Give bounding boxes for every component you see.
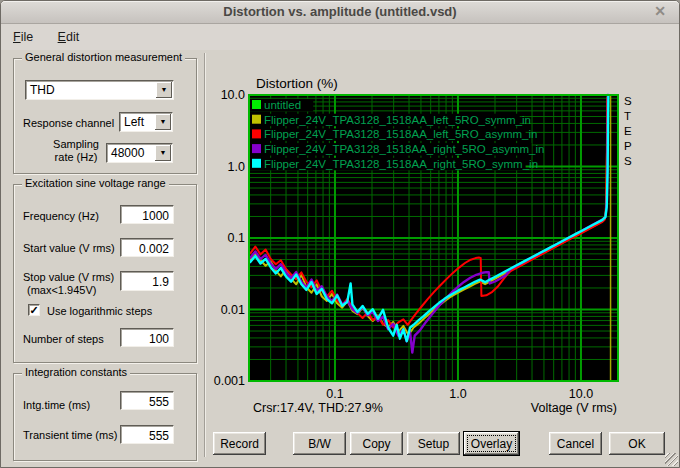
measurement-type-select[interactable]: THD ▼ xyxy=(25,80,174,100)
svg-text:Flipper_24V_TPA3128_1518AA_lef: Flipper_24V_TPA3128_1518AA_left_5RO_symm… xyxy=(264,114,531,126)
svg-text:Crsr:17.4V, THD:27.9%: Crsr:17.4V, THD:27.9% xyxy=(253,401,383,415)
response-channel-select[interactable]: Left ▼ xyxy=(119,112,173,132)
sampling-rate-value: 48000 xyxy=(111,146,144,160)
svg-text:0.01: 0.01 xyxy=(221,303,245,317)
frequency-label: Frequency (Hz) xyxy=(23,210,99,222)
app-window: Distortion vs. amplitude (untitled.vsd) … xyxy=(0,0,680,468)
chevron-down-icon[interactable]: ▼ xyxy=(155,114,171,130)
num-steps-label: Number of steps xyxy=(23,333,104,345)
panel-divider xyxy=(204,53,205,457)
start-value-label: Start value (V rms) xyxy=(23,242,115,254)
copy-button[interactable]: Copy xyxy=(350,432,403,455)
svg-text:Voltage (V rms): Voltage (V rms) xyxy=(531,401,617,415)
menu-file[interactable]: File xyxy=(10,30,36,44)
svg-text:0.001: 0.001 xyxy=(214,374,245,388)
svg-text:0.1: 0.1 xyxy=(326,387,343,401)
bw-button[interactable]: B/W xyxy=(293,432,346,455)
close-icon[interactable]: ✕ xyxy=(654,3,666,19)
svg-text:Flipper_24V_TPA3128_1518AA_rig: Flipper_24V_TPA3128_1518AA_right_5RO_sym… xyxy=(264,158,538,170)
svg-text:Flipper_24V_TPA3128_1518AA_rig: Flipper_24V_TPA3128_1518AA_right_5RO_asy… xyxy=(264,143,544,155)
group-general-label: General distortion measurement xyxy=(22,51,185,63)
response-channel-value: Left xyxy=(124,115,144,129)
chart-canvas[interactable]: untitledFlipper_24V_TPA3128_1518AA_left_… xyxy=(206,59,678,427)
intg-time-label: Intg.time (ms) xyxy=(23,399,90,411)
stop-value-label-1: Stop value (V rms) xyxy=(23,271,114,283)
svg-text:0.1: 0.1 xyxy=(228,231,245,245)
transient-time-field[interactable] xyxy=(120,425,174,444)
svg-text:1.0: 1.0 xyxy=(449,387,466,401)
start-value-field[interactable] xyxy=(120,238,174,257)
cancel-button[interactable]: Cancel xyxy=(549,432,602,455)
sampling-rate-select[interactable]: 48000 ▼ xyxy=(106,143,173,163)
log-steps-checkbox[interactable]: ✓ xyxy=(28,304,40,316)
svg-text:10.0: 10.0 xyxy=(221,88,245,102)
frequency-field[interactable] xyxy=(120,205,174,224)
window-title: Distortion vs. amplitude (untitled.vsd) xyxy=(1,4,679,19)
num-steps-field[interactable] xyxy=(120,328,174,347)
chevron-down-icon[interactable]: ▼ xyxy=(155,145,171,161)
svg-text:S: S xyxy=(624,95,632,107)
intg-time-field[interactable] xyxy=(120,391,174,410)
svg-text:E: E xyxy=(624,125,632,137)
svg-text:untitled: untitled xyxy=(264,99,301,111)
title-bar[interactable]: Distortion vs. amplitude (untitled.vsd) … xyxy=(1,1,679,24)
overlay-button[interactable]: Overlay xyxy=(464,432,519,455)
resize-grip-icon[interactable] xyxy=(665,453,678,466)
record-button[interactable]: Record xyxy=(213,432,266,455)
measurement-type-value: THD xyxy=(30,83,55,97)
svg-text:S: S xyxy=(624,155,632,167)
log-steps-label: Use logarithmic steps xyxy=(47,305,152,317)
group-integration: Integration constants xyxy=(13,373,197,461)
setup-button[interactable]: Setup xyxy=(407,432,460,455)
response-channel-label: Response channel xyxy=(23,117,114,129)
svg-text:T: T xyxy=(624,110,631,122)
svg-text:10.0: 10.0 xyxy=(569,387,593,401)
ok-button[interactable]: OK xyxy=(609,432,665,455)
transient-time-label: Transient time (ms) xyxy=(23,429,117,441)
svg-text:Distortion (%): Distortion (%) xyxy=(256,76,338,91)
svg-text:P: P xyxy=(624,140,632,152)
svg-text:Flipper_24V_TPA3128_1518AA_lef: Flipper_24V_TPA3128_1518AA_left_5RO_asym… xyxy=(264,128,537,140)
chevron-down-icon[interactable]: ▼ xyxy=(156,82,172,98)
sampling-rate-label-2: rate (Hz) xyxy=(48,151,104,163)
stop-value-field[interactable] xyxy=(120,271,174,291)
menu-edit[interactable]: Edit xyxy=(55,30,83,44)
group-integration-label: Integration constants xyxy=(22,366,130,378)
sampling-rate-label-1: Sampling xyxy=(48,138,104,150)
distortion-chart[interactable]: untitledFlipper_24V_TPA3128_1518AA_left_… xyxy=(206,59,678,427)
group-excitation-label: Excitation sine voltage range xyxy=(22,177,169,189)
svg-text:1.0: 1.0 xyxy=(228,160,245,174)
stop-value-label-2: (max<1.945V) xyxy=(27,284,96,296)
menu-bar: File Edit xyxy=(1,24,679,50)
